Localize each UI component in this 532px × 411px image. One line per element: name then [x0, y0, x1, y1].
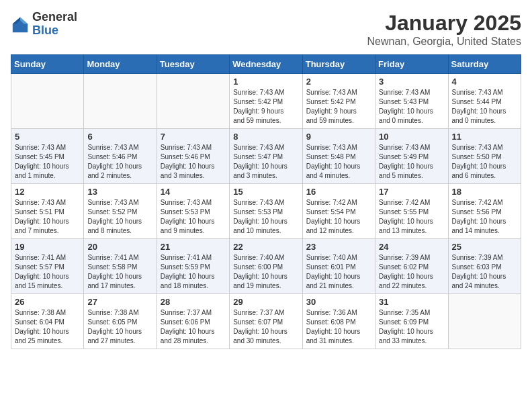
calendar-cell: 8Sunrise: 7:43 AM Sunset: 5:47 PM Daylig… — [230, 129, 302, 184]
calendar-cell: 13Sunrise: 7:43 AM Sunset: 5:52 PM Dayli… — [84, 184, 157, 239]
weekday-header: Monday — [84, 55, 157, 74]
day-info: Sunrise: 7:43 AM Sunset: 5:52 PM Dayligh… — [87, 198, 152, 236]
day-info: Sunrise: 7:41 AM Sunset: 5:57 PM Dayligh… — [15, 253, 80, 291]
day-number: 9 — [306, 132, 371, 142]
page-header: General Blue January 2025 Newnan, Georgi… — [11, 11, 521, 48]
day-info: Sunrise: 7:43 AM Sunset: 5:42 PM Dayligh… — [306, 88, 371, 126]
day-info: Sunrise: 7:42 AM Sunset: 5:54 PM Dayligh… — [306, 198, 371, 236]
calendar-row: 19Sunrise: 7:41 AM Sunset: 5:57 PM Dayli… — [11, 239, 521, 294]
logo: General Blue — [11, 11, 77, 38]
day-number: 30 — [306, 297, 371, 307]
day-info: Sunrise: 7:43 AM Sunset: 5:50 PM Dayligh… — [452, 143, 517, 181]
day-number: 22 — [233, 242, 298, 252]
calendar-cell: 2Sunrise: 7:43 AM Sunset: 5:42 PM Daylig… — [302, 74, 375, 129]
calendar-cell: 25Sunrise: 7:39 AM Sunset: 6:03 PM Dayli… — [448, 239, 521, 294]
weekday-header: Tuesday — [157, 55, 229, 74]
day-number: 23 — [306, 242, 371, 252]
weekday-header: Thursday — [302, 55, 375, 74]
day-number: 5 — [15, 132, 80, 142]
day-info: Sunrise: 7:39 AM Sunset: 6:03 PM Dayligh… — [452, 253, 517, 291]
month-title: January 2025 — [367, 11, 521, 36]
calendar-cell: 4Sunrise: 7:43 AM Sunset: 5:44 PM Daylig… — [448, 74, 521, 129]
calendar-cell — [84, 74, 157, 129]
calendar-cell: 31Sunrise: 7:35 AM Sunset: 6:09 PM Dayli… — [375, 294, 448, 349]
day-info: Sunrise: 7:36 AM Sunset: 6:08 PM Dayligh… — [306, 308, 371, 346]
calendar-cell: 18Sunrise: 7:42 AM Sunset: 5:56 PM Dayli… — [448, 184, 521, 239]
logo-general: General — [32, 11, 77, 24]
day-info: Sunrise: 7:43 AM Sunset: 5:46 PM Dayligh… — [161, 143, 226, 181]
calendar-cell: 7Sunrise: 7:43 AM Sunset: 5:46 PM Daylig… — [157, 129, 229, 184]
day-info: Sunrise: 7:43 AM Sunset: 5:51 PM Dayligh… — [15, 198, 80, 236]
day-number: 24 — [379, 242, 444, 252]
calendar-cell: 20Sunrise: 7:41 AM Sunset: 5:58 PM Dayli… — [84, 239, 157, 294]
day-info: Sunrise: 7:43 AM Sunset: 5:47 PM Dayligh… — [233, 143, 298, 181]
calendar-cell: 23Sunrise: 7:40 AM Sunset: 6:01 PM Dayli… — [302, 239, 375, 294]
day-info: Sunrise: 7:39 AM Sunset: 6:02 PM Dayligh… — [379, 253, 444, 291]
day-info: Sunrise: 7:38 AM Sunset: 6:05 PM Dayligh… — [87, 308, 152, 346]
day-info: Sunrise: 7:41 AM Sunset: 5:59 PM Dayligh… — [161, 253, 226, 291]
day-info: Sunrise: 7:40 AM Sunset: 6:01 PM Dayligh… — [306, 253, 371, 291]
day-number: 8 — [233, 132, 298, 142]
calendar-cell: 9Sunrise: 7:43 AM Sunset: 5:48 PM Daylig… — [302, 129, 375, 184]
calendar-cell: 27Sunrise: 7:38 AM Sunset: 6:05 PM Dayli… — [84, 294, 157, 349]
day-info: Sunrise: 7:43 AM Sunset: 5:43 PM Dayligh… — [379, 88, 444, 126]
calendar-cell: 29Sunrise: 7:37 AM Sunset: 6:07 PM Dayli… — [230, 294, 302, 349]
day-number: 6 — [87, 132, 152, 142]
day-number: 29 — [233, 297, 298, 307]
calendar-cell: 1Sunrise: 7:43 AM Sunset: 5:42 PM Daylig… — [230, 74, 302, 129]
day-number: 7 — [161, 132, 226, 142]
calendar-cell: 28Sunrise: 7:37 AM Sunset: 6:06 PM Dayli… — [157, 294, 229, 349]
calendar-cell: 11Sunrise: 7:43 AM Sunset: 5:50 PM Dayli… — [448, 129, 521, 184]
calendar-cell: 16Sunrise: 7:42 AM Sunset: 5:54 PM Dayli… — [302, 184, 375, 239]
location-title: Newnan, Georgia, United States — [367, 36, 521, 48]
day-number: 15 — [233, 187, 298, 197]
day-number: 20 — [87, 242, 152, 252]
calendar-row: 1Sunrise: 7:43 AM Sunset: 5:42 PM Daylig… — [11, 74, 521, 129]
title-block: January 2025 Newnan, Georgia, United Sta… — [367, 11, 521, 48]
day-number: 31 — [379, 297, 444, 307]
calendar-row: 5Sunrise: 7:43 AM Sunset: 5:45 PM Daylig… — [11, 129, 521, 184]
calendar-cell: 21Sunrise: 7:41 AM Sunset: 5:59 PM Dayli… — [157, 239, 229, 294]
day-info: Sunrise: 7:40 AM Sunset: 6:00 PM Dayligh… — [233, 253, 298, 291]
day-number: 11 — [452, 132, 517, 142]
day-info: Sunrise: 7:42 AM Sunset: 5:56 PM Dayligh… — [452, 198, 517, 236]
weekday-header: Saturday — [448, 55, 521, 74]
day-number: 10 — [379, 132, 444, 142]
weekday-header: Friday — [375, 55, 448, 74]
day-number: 26 — [15, 297, 80, 307]
calendar-cell: 30Sunrise: 7:36 AM Sunset: 6:08 PM Dayli… — [302, 294, 375, 349]
day-number: 12 — [15, 187, 80, 197]
day-info: Sunrise: 7:43 AM Sunset: 5:53 PM Dayligh… — [161, 198, 226, 236]
day-number: 25 — [452, 242, 517, 252]
weekday-header: Wednesday — [230, 55, 302, 74]
day-number: 1 — [233, 77, 298, 87]
calendar-cell — [11, 74, 84, 129]
day-number: 2 — [306, 77, 371, 87]
calendar-cell — [157, 74, 229, 129]
calendar-cell: 12Sunrise: 7:43 AM Sunset: 5:51 PM Dayli… — [11, 184, 84, 239]
day-number: 19 — [15, 242, 80, 252]
day-info: Sunrise: 7:41 AM Sunset: 5:58 PM Dayligh… — [87, 253, 152, 291]
day-info: Sunrise: 7:35 AM Sunset: 6:09 PM Dayligh… — [379, 308, 444, 346]
logo-text: General Blue — [32, 11, 77, 38]
day-info: Sunrise: 7:42 AM Sunset: 5:55 PM Dayligh… — [379, 198, 444, 236]
day-info: Sunrise: 7:43 AM Sunset: 5:53 PM Dayligh… — [233, 198, 298, 236]
day-info: Sunrise: 7:37 AM Sunset: 6:07 PM Dayligh… — [233, 308, 298, 346]
day-info: Sunrise: 7:43 AM Sunset: 5:46 PM Dayligh… — [87, 143, 152, 181]
calendar-cell: 17Sunrise: 7:42 AM Sunset: 5:55 PM Dayli… — [375, 184, 448, 239]
day-info: Sunrise: 7:43 AM Sunset: 5:45 PM Dayligh… — [15, 143, 80, 181]
day-number: 17 — [379, 187, 444, 197]
day-number: 27 — [87, 297, 152, 307]
calendar-cell: 22Sunrise: 7:40 AM Sunset: 6:00 PM Dayli… — [230, 239, 302, 294]
day-info: Sunrise: 7:43 AM Sunset: 5:48 PM Dayligh… — [306, 143, 371, 181]
calendar-cell: 5Sunrise: 7:43 AM Sunset: 5:45 PM Daylig… — [11, 129, 84, 184]
weekday-header: Sunday — [11, 55, 84, 74]
day-number: 4 — [452, 77, 517, 87]
logo-icon — [11, 15, 30, 34]
day-number: 28 — [161, 297, 226, 307]
calendar-cell: 14Sunrise: 7:43 AM Sunset: 5:53 PM Dayli… — [157, 184, 229, 239]
day-info: Sunrise: 7:37 AM Sunset: 6:06 PM Dayligh… — [161, 308, 226, 346]
day-number: 21 — [161, 242, 226, 252]
day-number: 14 — [161, 187, 226, 197]
calendar-row: 12Sunrise: 7:43 AM Sunset: 5:51 PM Dayli… — [11, 184, 521, 239]
